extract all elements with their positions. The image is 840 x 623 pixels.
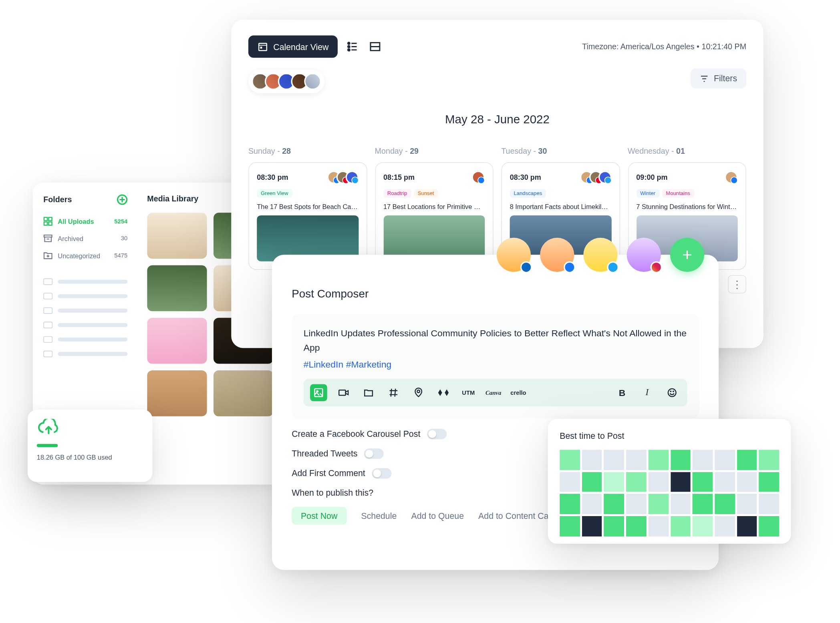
grid-view-button[interactable] xyxy=(369,40,383,53)
diamond-button[interactable] xyxy=(435,384,452,401)
heatmap-cell[interactable] xyxy=(604,450,624,470)
heatmap-cell[interactable] xyxy=(626,494,646,514)
heatmap-cell[interactable] xyxy=(671,472,691,492)
heatmap-cell[interactable] xyxy=(626,516,646,536)
svg-rect-4 xyxy=(44,235,52,237)
heatmap-cell[interactable] xyxy=(737,516,757,536)
account-avatar-facebook[interactable] xyxy=(540,238,574,272)
heatmap-cell[interactable] xyxy=(715,516,735,536)
facebook-icon xyxy=(477,177,485,184)
heatmap-cell[interactable] xyxy=(582,494,602,514)
storage-progress xyxy=(37,444,58,447)
hashtag-button[interactable] xyxy=(385,384,402,401)
heatmap-cell[interactable] xyxy=(604,516,624,536)
folder-button[interactable] xyxy=(360,384,377,401)
svg-rect-5 xyxy=(259,43,267,50)
svg-rect-2 xyxy=(44,222,47,225)
twitter-icon xyxy=(604,177,611,184)
media-thumbnail[interactable] xyxy=(147,213,207,259)
heatmap-cell[interactable] xyxy=(693,494,713,514)
first-comment-toggle[interactable] xyxy=(372,468,391,478)
list-view-button[interactable] xyxy=(347,40,360,53)
heatmap-cell[interactable] xyxy=(648,472,668,492)
account-avatar-linkedin[interactable] xyxy=(497,238,531,272)
image-upload-button[interactable] xyxy=(310,384,327,401)
add-folder-button[interactable] xyxy=(117,194,127,205)
event-card[interactable]: 08:30 pm Green View The 17 Best Spots fo… xyxy=(248,162,367,270)
heatmap-cell[interactable] xyxy=(671,450,691,470)
heatmap-cell[interactable] xyxy=(737,450,757,470)
heatmap-cell[interactable] xyxy=(715,450,735,470)
publish-post-now[interactable]: Post Now xyxy=(292,507,346,525)
heatmap-cell[interactable] xyxy=(582,516,602,536)
threaded-toggle[interactable] xyxy=(364,448,384,459)
cloud-icon xyxy=(37,419,60,437)
publish-schedule[interactable]: Schedule xyxy=(361,507,397,525)
heatmap-cell[interactable] xyxy=(759,516,779,536)
media-thumbnail[interactable] xyxy=(147,265,207,312)
bold-button[interactable]: B xyxy=(614,384,631,401)
carousel-toggle[interactable] xyxy=(427,429,447,439)
heatmap-cell[interactable] xyxy=(671,494,691,514)
twitter-icon xyxy=(351,177,359,184)
canva-button[interactable]: Canva xyxy=(485,384,502,401)
heatmap-cell[interactable] xyxy=(737,494,757,514)
heatmap-cell[interactable] xyxy=(560,450,580,470)
publish-queue[interactable]: Add to Queue xyxy=(411,507,464,525)
heatmap-cell[interactable] xyxy=(693,450,713,470)
heatmap-cell[interactable] xyxy=(671,516,691,536)
add-account-button[interactable]: + xyxy=(670,238,704,272)
more-button[interactable]: ⋮ xyxy=(728,275,746,293)
heatmap-cell[interactable] xyxy=(737,472,757,492)
svg-point-8 xyxy=(348,46,350,48)
crello-button[interactable]: crello xyxy=(510,384,527,401)
avatar[interactable] xyxy=(304,73,321,90)
heatmap-cell[interactable] xyxy=(560,516,580,536)
heatmap-cell[interactable] xyxy=(648,494,668,514)
location-button[interactable] xyxy=(410,384,427,401)
heatmap-cell[interactable] xyxy=(604,494,624,514)
folder-placeholder xyxy=(41,347,130,361)
team-avatars[interactable] xyxy=(248,70,324,93)
heatmap-cell[interactable] xyxy=(604,472,624,492)
svg-rect-6 xyxy=(260,46,262,48)
heatmap-cell[interactable] xyxy=(626,472,646,492)
filter-icon xyxy=(699,74,709,83)
heatmap-cell[interactable] xyxy=(759,472,779,492)
storage-text: 18.26 GB of 100 GB used xyxy=(37,454,143,461)
instagram-icon xyxy=(651,261,663,273)
heatmap-cell[interactable] xyxy=(560,494,580,514)
heatmap-cell[interactable] xyxy=(693,472,713,492)
video-button[interactable] xyxy=(335,384,352,401)
event-card[interactable]: 08:15 pm RoadtripSunset 17 Best Location… xyxy=(375,162,494,270)
media-thumbnail[interactable] xyxy=(147,318,207,364)
media-thumbnail[interactable] xyxy=(147,370,207,416)
calendar-view-button[interactable]: Calendar View xyxy=(248,36,338,58)
folder-uncategorized[interactable]: Uncategorized 5475 xyxy=(41,247,130,264)
composer-textarea[interactable]: LinkedIn Updates Professional Community … xyxy=(292,314,699,418)
heatmap-cell[interactable] xyxy=(560,472,580,492)
composer-toolbar: UTM Canva crello B I xyxy=(304,379,687,406)
heatmap-cell[interactable] xyxy=(693,516,713,536)
folder-archived[interactable]: Archived 30 xyxy=(41,230,130,247)
italic-button[interactable]: I xyxy=(639,384,656,401)
account-avatar-instagram[interactable] xyxy=(627,238,661,272)
best-time-heatmap[interactable] xyxy=(560,450,779,536)
heatmap-cell[interactable] xyxy=(759,494,779,514)
account-avatar-twitter[interactable] xyxy=(583,238,617,272)
utm-button[interactable]: UTM xyxy=(460,384,477,401)
heatmap-cell[interactable] xyxy=(759,450,779,470)
heatmap-cell[interactable] xyxy=(648,516,668,536)
heatmap-cell[interactable] xyxy=(582,450,602,470)
heatmap-cell[interactable] xyxy=(582,472,602,492)
media-thumbnail[interactable] xyxy=(214,370,273,416)
heatmap-cell[interactable] xyxy=(626,450,646,470)
svg-point-7 xyxy=(348,42,350,44)
emoji-button[interactable] xyxy=(663,384,681,401)
heatmap-cell[interactable] xyxy=(715,472,735,492)
filters-button[interactable]: Filters xyxy=(690,68,746,89)
folder-all-uploads[interactable]: All Uploads 5254 xyxy=(41,213,130,230)
heatmap-cell[interactable] xyxy=(715,494,735,514)
heatmap-cell[interactable] xyxy=(648,450,668,470)
best-time-panel: Best time to Post xyxy=(548,419,791,544)
